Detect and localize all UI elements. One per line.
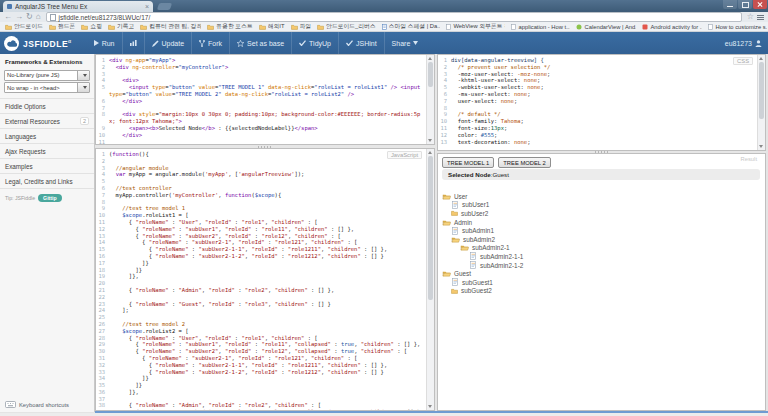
share-button[interactable]: Share — [384, 32, 426, 54]
tree-node-subadmin2-1[interactable]: subAdmin2-1 — [442, 244, 757, 253]
page-icon — [50, 14, 56, 21]
jsfiddle-logo[interactable] — [4, 36, 19, 51]
bookmark-item[interactable]: WebView 외부폰트 적.. — [446, 22, 505, 31]
toolbar-button-label: Run — [102, 40, 115, 47]
bookmark-item[interactable]: 안드로이드 — [5, 22, 43, 31]
html-editor-panel[interactable]: 1<div ng-app="myApp">2 <div ng-controlle… — [95, 54, 435, 145]
wrap-select[interactable]: No wrap - in <head> — [4, 82, 90, 93]
folder-open-icon — [442, 193, 451, 200]
run-button[interactable]: Run — [86, 32, 122, 54]
css-code[interactable]: 1div[data-angular-treeview] {2 /* preven… — [438, 57, 765, 150]
js-panel-label: JavaScript — [387, 151, 422, 159]
tree-node-subadmin2-1-2[interactable]: subAdmin2-1-2 — [442, 261, 757, 270]
minimize-button[interactable] — [723, 0, 737, 9]
tree-node-subguest1[interactable]: subGuest1 — [442, 278, 757, 287]
jsfiddle-header: JSFIDDLEα RunUpdateForkSet as baseTidyUp… — [0, 32, 768, 54]
toolbar-button-label: TidyUp — [309, 40, 331, 47]
html-code[interactable]: 1<div ng-app="myApp">2 <div ng-controlle… — [96, 57, 434, 144]
set-as-base-button[interactable]: Set as base — [229, 32, 291, 54]
fork-button[interactable]: Fork — [191, 32, 229, 54]
chart-button[interactable] — [122, 32, 144, 54]
home-icon[interactable]: ⌂ — [36, 13, 41, 21]
selected-node-box: Selected Node : Guest — [442, 169, 760, 180]
js-scrollbar[interactable] — [426, 149, 434, 410]
bookmark-item[interactable]: 핸드폰 — [49, 22, 75, 31]
framework-select[interactable]: No-Library (pure JS) — [4, 70, 90, 81]
sidebar-section-languages[interactable]: Languages — [0, 129, 94, 144]
update-button[interactable]: Update — [144, 32, 192, 54]
tree-node-subadmin2-1-1[interactable]: subAdmin2-1-1 — [442, 252, 757, 261]
sidebar-section-legal-credits-and-links[interactable]: Legal, Credits and Links — [0, 174, 94, 189]
line-number: 1 — [96, 151, 107, 158]
chart-icon — [130, 40, 137, 46]
code-line: 23 { "roleName" : "Guest", "roleId" : "r… — [96, 301, 434, 308]
minimize-icon — [727, 6, 733, 7]
code-text: { "roleName" : "subAdmin1", "roleId" : "… — [107, 409, 434, 410]
code-line: 10 $scope.roleList1 = [ — [96, 212, 434, 219]
line-number: 25 — [96, 314, 107, 321]
tree-model-1-button[interactable]: TREE MODEL 1 — [442, 157, 494, 168]
bookmark-item[interactable]: Android activity for ... — [642, 24, 702, 30]
bookmark-item[interactable]: 스마일 스페셜 | Da.. — [382, 22, 441, 31]
code-line: 8 <div style="margin:10px 0 30px 0; padd… — [96, 111, 434, 125]
tree-node-subadmin1[interactable]: subAdmin1 — [442, 226, 757, 235]
bookmark-item[interactable]: 파일 — [291, 22, 312, 31]
bookmark-item[interactable]: 컴퓨터 관련 팁, 강좌 — [140, 22, 201, 31]
bookmark-item[interactable]: CalendarView | And... — [576, 24, 636, 30]
css-editor-panel[interactable]: 1div[data-angular-treeview] {2 /* preven… — [437, 54, 766, 151]
line-number: 28 — [96, 335, 107, 342]
code-line: 37 — [96, 396, 434, 403]
tree-model-2-button[interactable]: TREE MODEL 2 — [498, 157, 550, 168]
code-text: //test tree model 2 — [107, 321, 434, 328]
css-scrollbar[interactable] — [757, 55, 765, 150]
tree-node-subadmin2[interactable]: subAdmin2 — [442, 235, 757, 244]
reload-icon[interactable]: ↻ — [26, 13, 33, 21]
sidebar-section-ajax-requests[interactable]: Ajax Requests — [0, 144, 94, 159]
bookmark-star-icon[interactable]: ☆ — [747, 13, 754, 21]
gittip-button[interactable]: Gittip — [38, 194, 62, 202]
keyboard-shortcuts-link[interactable]: Keyboard shortcuts — [5, 401, 69, 408]
user-menu[interactable]: eu81273 — [725, 40, 768, 47]
tree-node-user[interactable]: User — [442, 192, 757, 201]
close-icon — [757, 2, 763, 8]
tree-node-subuser2[interactable]: subUser2 — [442, 209, 757, 218]
sidebar-section-external-resources[interactable]: External Resources2 — [0, 114, 94, 129]
bookmark-item[interactable]: 유용한 포스트 — [207, 22, 252, 31]
browser-tab[interactable]: AngularJS Tree Menu Ex × — [3, 1, 153, 12]
bookmark-item[interactable]: 쇼핑 — [81, 22, 102, 31]
url-text: jsfiddle.net/eu81273/8LWUc/17/ — [59, 14, 151, 21]
tree-node-subuser1[interactable]: subUser1 — [442, 201, 757, 210]
line-number: 2 — [438, 64, 449, 71]
address-bar[interactable]: jsfiddle.net/eu81273/8LWUc/17/ — [46, 12, 742, 22]
bookmark-item[interactable]: 기록고 — [108, 22, 134, 31]
back-icon[interactable]: ← — [4, 13, 12, 21]
menu-icon[interactable] — [757, 14, 764, 21]
framework-select-value: No-Library (pure JS) — [5, 72, 77, 78]
bookmark-item[interactable]: 해외IT — [259, 22, 285, 31]
code-text: myApp.controller('myController', functio… — [107, 192, 434, 199]
sidebar-section-examples[interactable]: Examples — [0, 159, 94, 174]
new-tab-button[interactable] — [157, 3, 172, 10]
maximize-button[interactable] — [738, 0, 752, 9]
bookmark-item[interactable]: How to customize s... — [708, 24, 767, 30]
selected-node-label: Selected Node — [448, 171, 491, 178]
jshint-button[interactable]: JSHint — [338, 32, 384, 54]
code-text: -moz-user-select: -moz-none; — [449, 71, 765, 78]
sidebar-section-fiddle-options[interactable]: Fiddle Options — [0, 99, 94, 114]
js-editor-panel[interactable]: 1(function(){2 3 //angular module4 var m… — [95, 148, 435, 411]
tab-close-icon[interactable]: × — [145, 4, 149, 9]
tree-node-admin[interactable]: Admin — [442, 218, 757, 227]
tree-node-subguest2[interactable]: subGuest2 — [442, 287, 757, 296]
tree-node-label: subAdmin2 — [463, 236, 495, 243]
frameworks-title: Frameworks & Extensions — [0, 54, 94, 68]
close-button[interactable] — [753, 0, 767, 9]
js-code[interactable]: 1(function(){2 3 //angular module4 var m… — [96, 151, 434, 410]
result-tree: UsersubUser1subUser2AdminsubAdmin1subAdm… — [442, 192, 757, 295]
bookmark-item[interactable]: application - How t... — [511, 24, 570, 30]
tidyup-button[interactable]: TidyUp — [291, 32, 338, 54]
forward-icon[interactable]: → — [15, 13, 23, 21]
tree-node-guest[interactable]: Guest — [442, 269, 757, 278]
android-icon — [576, 24, 582, 30]
html-scrollbar[interactable] — [426, 55, 434, 144]
bookmark-item[interactable]: 안드로이드_리버스 — [317, 22, 376, 31]
